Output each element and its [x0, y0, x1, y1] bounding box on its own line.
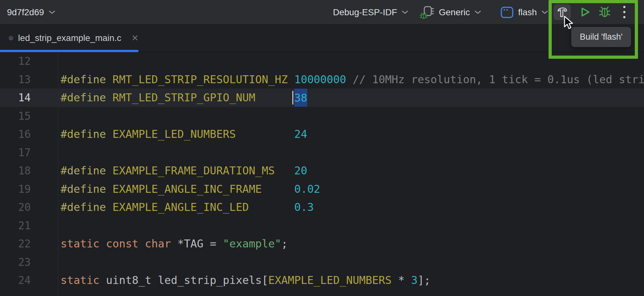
code-line-17: 17 [0, 144, 644, 162]
code-line-14: 14#define RMT_LED_STRIP_GPIO_NUM 38 [0, 89, 644, 107]
target-label: Generic [439, 7, 470, 17]
chevron-down-icon [401, 10, 408, 14]
debug-button[interactable] [596, 4, 613, 20]
ide-window: 9d7f2d69 Debug-ESP-IDF Generic [0, 0, 644, 296]
code-text: static uint8_t led_strip_pixels[EXAMPLE_… [58, 271, 431, 290]
run-button[interactable] [576, 4, 594, 20]
code-line-19: 19#define EXAMPLE_ANGLE_INC_FRAME 0.02 [0, 180, 644, 198]
c-file-icon: C [9, 32, 13, 44]
code-text: #define EXAMPLE_ANGLE_INC_LED 0.3 [58, 198, 314, 217]
text-caret [292, 91, 293, 104]
more-actions-button[interactable] [616, 4, 633, 20]
run-config-selector[interactable]: Debug-ESP-IDF [333, 0, 408, 24]
code-line-22: 22static const char *TAG = "example"; [0, 235, 644, 253]
code-editor[interactable]: 1213#define RMT_LED_STRIP_RESOLUTION_HZ … [0, 52, 644, 296]
code-line-16: 16#define EXAMPLE_LED_NUMBERS 24 [0, 125, 644, 144]
code-line-21: 21 [0, 217, 644, 235]
code-line-23: 23 [0, 253, 644, 272]
line-number: 12 [0, 55, 58, 67]
code-text: static const char *TAG = "example"; [58, 235, 288, 253]
line-number: 20 [0, 201, 58, 213]
code-text: #define EXAMPLE_FRAME_DURATION_MS 20 [58, 162, 307, 180]
target-selector[interactable]: Generic [420, 0, 481, 24]
line-number: 24 [0, 274, 58, 286]
project-name: 9d7f2d69 [7, 7, 44, 17]
tab-label: led_strip_example_main.c [18, 33, 121, 43]
line-number: 17 [0, 146, 58, 159]
line-number: 21 [0, 219, 58, 232]
code-line-18: 18#define EXAMPLE_FRAME_DURATION_MS 20 [0, 162, 644, 180]
build-target-selector[interactable]: flash [500, 0, 548, 24]
code-text: #define EXAMPLE_LED_NUMBERS 24 [58, 125, 307, 144]
project-selector[interactable]: 9d7f2d69 [7, 0, 55, 24]
build-target-label: flash [518, 7, 537, 17]
editor-tab-bar: C led_strip_example_main.c ✕ [0, 24, 644, 52]
code-line-15: 15 [0, 107, 644, 125]
code-text: #define RMT_LED_STRIP_RESOLUTION_HZ 1000… [58, 71, 644, 89]
debug-bug-icon [598, 5, 611, 19]
flash-config-icon [500, 6, 514, 19]
line-number: 15 [0, 110, 58, 122]
embedded-target-icon [420, 5, 434, 20]
line-number: 18 [0, 165, 58, 177]
code-line-12: 12 [0, 52, 644, 71]
more-options-icon [622, 5, 626, 19]
code-line-20: 20#define EXAMPLE_ANGLE_INC_LED 0.3 [0, 198, 644, 217]
run-config-label: Debug-ESP-IDF [333, 7, 397, 17]
mouse-cursor [563, 16, 574, 30]
line-number: 23 [0, 256, 58, 268]
line-number: 19 [0, 183, 58, 195]
svg-text:C: C [10, 37, 12, 40]
code-text: #define EXAMPLE_ANGLE_INC_FRAME 0.02 [58, 180, 320, 198]
line-number: 14 [0, 91, 58, 104]
code-line-24: 24static uint8_t led_strip_pixels[EXAMPL… [0, 271, 644, 290]
code-lines: 1213#define RMT_LED_STRIP_RESOLUTION_HZ … [0, 52, 644, 290]
active-tab-indicator [0, 50, 139, 52]
chevron-down-icon [474, 10, 481, 14]
line-number: 22 [0, 238, 58, 250]
build-tooltip: Build 'flash' [571, 27, 631, 47]
chevron-down-icon [49, 10, 55, 14]
run-play-icon [579, 6, 591, 18]
line-number: 16 [0, 128, 58, 140]
code-line-13: 13#define RMT_LED_STRIP_RESOLUTION_HZ 10… [0, 71, 644, 89]
tab-led-strip-example-main[interactable]: C led_strip_example_main.c ✕ [0, 24, 139, 52]
chevron-down-icon [541, 10, 548, 14]
close-icon[interactable]: ✕ [131, 34, 139, 43]
main-toolbar: 9d7f2d69 Debug-ESP-IDF Generic [0, 0, 644, 24]
line-number: 13 [0, 73, 58, 86]
code-text: #define RMT_LED_STRIP_GPIO_NUM 38 [58, 89, 307, 107]
